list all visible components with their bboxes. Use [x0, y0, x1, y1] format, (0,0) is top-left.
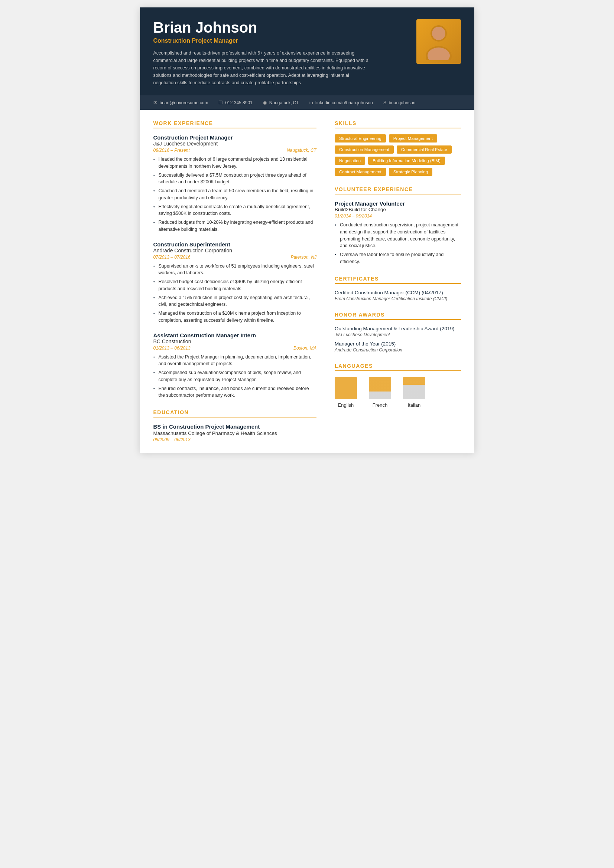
- right-column: SKILLS Structural Engineering Project Ma…: [327, 110, 474, 453]
- award-name-2: Manager of the Year (2015): [335, 341, 461, 347]
- skill-negotiation: Negotiation: [335, 157, 365, 165]
- phone-value: 012 345 8901: [225, 100, 252, 105]
- vol-bullets: Conducted construction supervision, proj…: [335, 222, 461, 265]
- location-value: Naugatuck, CT: [269, 100, 299, 105]
- bullet-1-2: Successfully delivered a $7.5M construct…: [154, 172, 317, 186]
- bullet-3-3: Ensured contracts, insurance, and bonds …: [154, 385, 317, 399]
- candidate-photo: [417, 19, 461, 64]
- language-english: English: [335, 377, 357, 408]
- french-flag: [369, 377, 391, 399]
- vol-title: Project Manager Volunteer: [335, 200, 461, 207]
- contact-bar: ✉ brian@novoresume.com ☐ 012 345 8901 ◉ …: [140, 95, 474, 110]
- contact-email: ✉ brian@novoresume.com: [154, 100, 208, 105]
- candidate-name: Brian Johnson: [154, 19, 407, 36]
- work-experience-title: WORK EXPERIENCE: [154, 120, 317, 129]
- job-dates-3: 01/2013 – 06/2013: [154, 346, 191, 351]
- languages-title: LANGUAGES: [335, 363, 461, 371]
- italian-label: Italian: [408, 402, 421, 408]
- job-title-2: Construction Superintendent: [154, 241, 317, 248]
- award-org-1: J&J Lucchese Development: [335, 332, 461, 337]
- volunteer-title: VOLUNTEER EXPERIENCE: [335, 186, 461, 194]
- bullet-1-5: Reduced budgets from 10-20% by integrati…: [154, 219, 317, 233]
- bullet-2-4: Managed the construction of a $10M cinem…: [154, 310, 317, 324]
- job-dates-2: 07/2013 – 07/2016: [154, 254, 191, 260]
- job-meta-2: 07/2013 – 07/2016 Paterson, NJ: [154, 254, 317, 260]
- skill-project-management: Project Management: [389, 134, 437, 143]
- bullet-1-4: Effectively negotiated contracts to crea…: [154, 203, 317, 217]
- skill-construction-management: Construction Management: [335, 146, 394, 153]
- bullet-1-1: Headed the completion of 6 large commerc…: [154, 156, 317, 170]
- location-icon: ◉: [263, 100, 267, 105]
- job-location-2: Paterson, NJ: [291, 254, 317, 260]
- candidate-summary: Accomplished and results-driven professi…: [154, 50, 369, 87]
- vol-date: 01/2014 – 05/2014: [335, 213, 461, 219]
- email-icon: ✉: [154, 100, 157, 105]
- award-org-2: Andrade Construction Corporation: [335, 347, 461, 353]
- language-french: French: [369, 377, 391, 408]
- left-column: WORK EXPERIENCE Construction Project Man…: [140, 110, 327, 453]
- skills-grid: Structural Engineering Project Managemen…: [335, 134, 461, 176]
- contact-location: ◉ Naugatuck, CT: [263, 100, 299, 105]
- job-dates-1: 08/2016 – Present: [154, 148, 190, 153]
- bullet-3-2: Accomplished sub evaluations/comparison …: [154, 369, 317, 383]
- job-entry-2: Construction Superintendent Andrade Cons…: [154, 241, 317, 324]
- english-label: English: [338, 402, 354, 408]
- skill-contract-management: Contract Management: [335, 168, 386, 176]
- resume-container: Brian Johnson Construction Project Manag…: [140, 8, 474, 453]
- skype-value: brian.johnson: [389, 100, 415, 105]
- linkedin-icon: in: [309, 100, 313, 105]
- bullet-2-1: Supervised an on-site workforce of 51 em…: [154, 263, 317, 277]
- languages-row: English French Italian: [335, 377, 461, 408]
- french-label: French: [373, 402, 387, 408]
- skill-strategic-planning: Strategic Planning: [389, 168, 432, 176]
- vol-org: Build2Build for Change: [335, 207, 461, 212]
- english-flag: [335, 377, 357, 399]
- phone-icon: ☐: [218, 100, 223, 105]
- skill-structural-engineering: Structural Engineering: [335, 134, 386, 143]
- skype-icon: S: [383, 100, 387, 105]
- language-italian: Italian: [403, 377, 425, 408]
- linkedin-value: linkedin.com/in/brian.johnson: [316, 100, 373, 105]
- certificates-title: CERTIFICATES: [335, 276, 461, 284]
- italian-flag: [403, 377, 425, 399]
- contact-linkedin: in linkedin.com/in/brian.johnson: [309, 100, 373, 105]
- vol-bullet-2: Oversaw the labor force to ensure produc…: [335, 251, 461, 265]
- cert-issuer: From Construction Manager Certification …: [335, 296, 461, 301]
- award-name-1: Outstanding Management & Leadership Awar…: [335, 326, 461, 332]
- honor-awards-title: HONOR AWARDS: [335, 312, 461, 320]
- education-title: EDUCATION: [154, 409, 317, 417]
- edu-date: 08/2009 – 06/2013: [154, 437, 317, 442]
- job-bullets-2: Supervised an on-site workforce of 51 em…: [154, 263, 317, 324]
- contact-skype: S brian.johnson: [383, 100, 416, 105]
- job-meta-3: 01/2013 – 06/2013 Boston, MA: [154, 346, 317, 351]
- job-title-3: Assistant Construction Manager Intern: [154, 332, 317, 338]
- edu-degree: BS in Construction Project Management: [154, 423, 317, 430]
- job-entry-1: Construction Project Manager J&J Lucches…: [154, 134, 317, 233]
- job-company-2: Andrade Construction Corporation: [154, 248, 317, 253]
- job-company-1: J&J Lucchese Development: [154, 141, 317, 147]
- job-entry-3: Assistant Construction Manager Intern BC…: [154, 332, 317, 399]
- job-location-3: Boston, MA: [294, 346, 317, 351]
- candidate-title: Construction Project Manager: [154, 37, 407, 44]
- skills-title: SKILLS: [335, 120, 461, 129]
- bullet-1-3: Coached and mentored a team of 50 crew m…: [154, 188, 317, 202]
- job-meta-1: 08/2016 – Present Naugatuck, CT: [154, 148, 317, 153]
- job-bullets-1: Headed the completion of 6 large commerc…: [154, 156, 317, 233]
- job-bullets-3: Assisted the Project Manager in planning…: [154, 353, 317, 399]
- svg-point-2: [432, 27, 445, 40]
- skill-commercial-real-estate: Commercial Real Estate: [397, 146, 452, 153]
- bullet-2-2: Resolved budget cost deficiencies of $40…: [154, 278, 317, 293]
- skill-bim: Building Information Modeling (BIM): [368, 157, 445, 165]
- photo-placeholder: [417, 19, 461, 64]
- job-company-3: BC Construction: [154, 338, 317, 344]
- job-title-1: Construction Project Manager: [154, 134, 317, 141]
- header-section: Brian Johnson Construction Project Manag…: [140, 8, 474, 95]
- bullet-2-3: Achieved a 15% reduction in project cost…: [154, 294, 317, 308]
- contact-phone: ☐ 012 345 8901: [218, 100, 252, 105]
- cert-name: Certified Construction Manager (CCM) (04…: [335, 290, 461, 295]
- person-icon: [424, 23, 454, 60]
- main-content: WORK EXPERIENCE Construction Project Man…: [140, 110, 474, 453]
- job-location-1: Naugatuck, CT: [287, 148, 317, 153]
- vol-bullet-1: Conducted construction supervision, proj…: [335, 222, 461, 250]
- bullet-3-1: Assisted the Project Manager in planning…: [154, 353, 317, 368]
